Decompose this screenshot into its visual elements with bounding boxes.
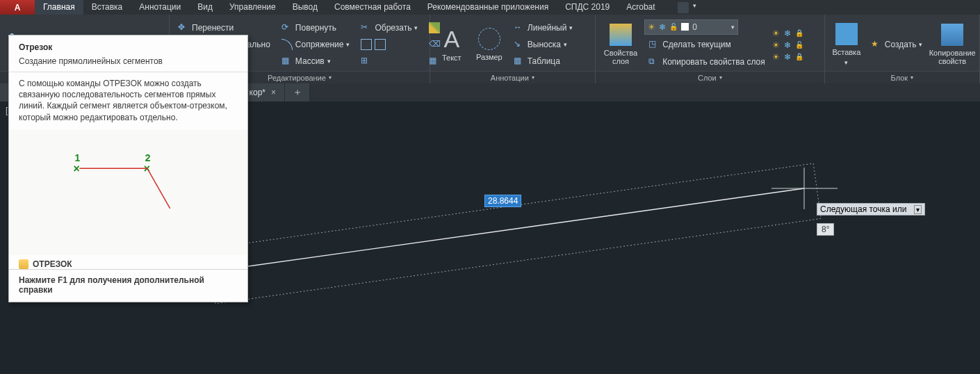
prompt-text: Следующая точка или (820, 204, 906, 214)
tab-annot[interactable]: Аннотации (131, 0, 189, 15)
make-current-button[interactable]: ◳ Сделать текущим (644, 37, 769, 52)
insert-block-button[interactable]: Вставка ▾ (829, 17, 864, 71)
lock-icon: 🔓 (669, 23, 678, 31)
copy-props-icon: ⧉ (648, 56, 660, 67)
selection-rect (208, 163, 822, 304)
array-button[interactable]: ▦ Массив ▾ (277, 54, 354, 69)
tooltip-subtitle: Создание прямолинейных сегментов (9, 56, 247, 72)
copy-obj-props-label: Копирование свойств (929, 49, 976, 65)
command-prompt[interactable]: Следующая точка или ▾ (817, 203, 925, 216)
layer-value: 0 (692, 22, 697, 32)
color-swatch (681, 23, 689, 31)
layer-current-icon: ◳ (648, 39, 660, 50)
leader-button[interactable]: ↘ Выноска▾ (509, 37, 578, 52)
leader-label: Выноска (528, 40, 561, 49)
layer-combo[interactable]: ☀ ❄ 🔓 0 ▾ (644, 19, 738, 35)
table-icon: ▦ (514, 56, 525, 67)
icon-row-2[interactable]: ⊞ (357, 54, 422, 69)
leader-icon: ↘ (514, 39, 525, 50)
match-props-icon (941, 24, 963, 46)
linear-dim-button[interactable]: ↔ Линейный▾ (509, 20, 578, 35)
tooltip-body: С помощью команды ОТРЕЗОК можно создать … (9, 72, 247, 130)
tab-output[interactable]: Вывод (284, 0, 326, 15)
linear-icon: ↔ (514, 22, 525, 33)
layer-tool-icon[interactable]: ❄ (784, 29, 791, 38)
fillet-icon (281, 39, 293, 50)
tab-view[interactable]: Вид (189, 0, 221, 15)
point1-label: 1 (74, 152, 80, 163)
dimension-label: Размер (476, 53, 503, 61)
layer-tool-icon[interactable]: 🔒 (795, 29, 803, 37)
tab-acrobat[interactable]: Acrobat (618, 0, 663, 15)
command-icon (19, 259, 28, 269)
dimension-icon (478, 28, 500, 50)
explode-icon (375, 39, 386, 50)
layer-props-icon (610, 24, 632, 46)
layer-tool-icon[interactable]: ☀ (772, 40, 780, 50)
quick-tool-1[interactable] (678, 2, 689, 13)
move-icon: ✥ (178, 22, 189, 33)
panel-title-annot: Аннотации (491, 74, 529, 82)
rotate-button[interactable]: ⟳ Повернуть (277, 20, 354, 35)
new-tab-button[interactable]: ＋ (285, 83, 310, 101)
dimension-button[interactable]: Размер (472, 17, 507, 71)
layer-props-button[interactable]: Свойства слоя (600, 17, 642, 71)
layer-tool-icon[interactable]: ❄ (784, 52, 791, 62)
sun-icon: ☀ (648, 22, 655, 32)
create-label: Создать (885, 40, 917, 49)
misc-icon: ⊞ (361, 56, 372, 67)
angle-input[interactable]: 8° (817, 223, 834, 236)
text-button[interactable]: A Текст (434, 17, 469, 71)
insert-icon (835, 23, 858, 45)
expand-icon[interactable]: ▾ (532, 74, 534, 81)
point2-label: 2 (145, 152, 151, 163)
tab-collab[interactable]: Совместная работа (326, 0, 419, 15)
tab-insert[interactable]: Вставка (83, 0, 131, 15)
layer-props-label: Свойства слоя (604, 49, 637, 65)
chevron-down-icon: ▾ (693, 2, 704, 13)
table-button[interactable]: ▦ Таблица (509, 54, 578, 69)
trim-label: Обрезать (375, 23, 411, 33)
linear-label: Линейный (528, 23, 567, 33)
layer-tool-icon[interactable]: ☀ (772, 29, 780, 38)
expand-icon[interactable]: ▾ (719, 74, 722, 81)
tooltip-title: Отрезок (9, 35, 247, 56)
move-label: Перенести (192, 23, 234, 33)
close-tab-icon[interactable]: × (271, 88, 276, 97)
tab-apps[interactable]: Рекомендованные приложения (419, 0, 557, 15)
array-icon: ▦ (281, 56, 293, 67)
prompt-dropdown-icon[interactable]: ▾ (914, 205, 922, 214)
trim-button[interactable]: ✂ Обрезать ▾ (357, 20, 422, 35)
expand-icon[interactable]: ▾ (329, 74, 332, 81)
rotate-label: Повернуть (295, 23, 336, 33)
tab-spds[interactable]: СПДС 2019 (557, 0, 618, 15)
stretch-icon (361, 39, 372, 50)
layer-tool-icon[interactable]: ❄ (784, 40, 791, 50)
copy-layer-props-button[interactable]: ⧉ Копировать свойства слоя (644, 54, 769, 70)
length-input[interactable]: 28.8644 (484, 195, 521, 207)
insert-label: Вставка (832, 48, 860, 56)
tab-manage[interactable]: Управление (221, 0, 284, 15)
layer-tool-icon[interactable]: 🔓 (795, 41, 803, 49)
freeze-icon: ❄ (659, 22, 666, 32)
create-icon: ★ (871, 39, 882, 50)
layer-tool-icon[interactable]: 🔒 (795, 53, 803, 60)
panel-title-modify: Редактирование (268, 74, 326, 82)
panel-title-block: Блок (891, 74, 908, 82)
tab-home[interactable]: Главная (35, 0, 83, 15)
tooltip-command: ОТРЕЗОК (33, 259, 72, 269)
app-logo[interactable]: A (0, 0, 35, 15)
create-block-button[interactable]: ★ Создать▾ (867, 37, 927, 52)
copy-props-button[interactable]: Копирование свойств (929, 17, 975, 71)
array-label: Массив (295, 56, 325, 66)
copy-props-label: Копировать свойства слоя (662, 57, 765, 67)
move-button[interactable]: ✥ Перенести (174, 20, 275, 35)
layer-tool-icon[interactable]: ☀ (772, 52, 780, 62)
panel-title-layers: Слои (698, 74, 717, 82)
trim-icon: ✂ (361, 22, 372, 33)
tooltip-help: Нажмите F1 для получения дополнительной … (19, 275, 204, 295)
fillet-button[interactable]: Сопряжение ▾ (277, 37, 354, 52)
icon-row[interactable] (357, 37, 422, 52)
chevron-down-icon: ▾ (731, 24, 735, 31)
expand-icon[interactable]: ▾ (910, 74, 913, 81)
